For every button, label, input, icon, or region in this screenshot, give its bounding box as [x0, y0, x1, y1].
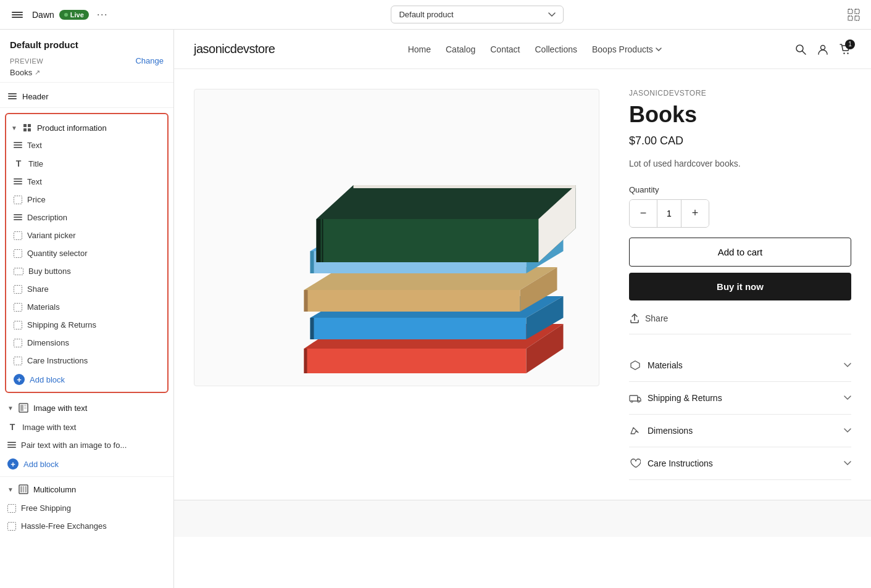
svg-rect-10 — [23, 124, 27, 127]
sidebar-item-dimensions[interactable]: Dimensions — [6, 334, 167, 352]
share-row[interactable]: Share — [629, 313, 851, 334]
svg-rect-3 — [848, 9, 852, 14]
sidebar-item-hassle-free[interactable]: Hassle-Free Exchanges — [0, 517, 173, 535]
nav-contact[interactable]: Contact — [490, 44, 520, 54]
sidebar-item-image-with-text-2[interactable]: Pair text with an image to fo... — [0, 436, 173, 454]
accordion-shipping-label: Shipping & Returns — [648, 393, 722, 403]
sidebar-default-product: Default product PREVIEW Change Books ↗ — [0, 30, 173, 83]
nav-home[interactable]: Home — [408, 44, 431, 54]
lines-icon-2 — [14, 178, 22, 186]
sidebar-header-section[interactable]: Header — [0, 85, 173, 105]
product-select-dropdown[interactable]: Default product — [391, 6, 564, 23]
store-header: jasonicdevstore Home Catalog Contact Col… — [174, 30, 871, 69]
sidebar-item-description[interactable]: Description — [6, 209, 167, 226]
back-button[interactable] — [7, 5, 27, 25]
bracket-icon-qty — [14, 249, 22, 258]
cart-button[interactable]: 1 — [839, 43, 851, 56]
sidebar-item-text-1-label: Text — [27, 141, 42, 150]
grid-icon-button[interactable] — [844, 5, 864, 25]
svg-rect-14 — [14, 142, 22, 143]
accordion-dimensions-header[interactable]: Dimensions — [629, 415, 851, 447]
quantity-decrease-button[interactable]: − — [630, 200, 657, 227]
svg-rect-1 — [12, 14, 23, 15]
more-button[interactable]: ··· — [94, 6, 111, 23]
share-label: Share — [645, 313, 668, 323]
image-with-text-section-header[interactable]: ▼ Image with text — [0, 398, 173, 418]
multicolumn-section-header[interactable]: ▼ Multicolumn — [0, 479, 173, 499]
svg-rect-31 — [14, 357, 22, 365]
svg-rect-34 — [24, 405, 27, 406]
accordion-materials: Materials — [629, 349, 851, 382]
sidebar-item-title[interactable]: T Title — [6, 154, 167, 173]
svg-rect-23 — [14, 219, 22, 220]
svg-marker-73 — [354, 185, 576, 188]
preview-row: PREVIEW Change — [10, 56, 164, 65]
accordion-dimensions-left: Dimensions — [629, 424, 693, 437]
svg-rect-29 — [14, 321, 22, 329]
sidebar-item-price[interactable]: Price — [6, 191, 167, 209]
product-image-wrapper — [194, 89, 599, 386]
sidebar-item-text-2-label: Text — [27, 177, 42, 186]
live-label: Live — [70, 11, 84, 19]
accordion-care-header[interactable]: Care Instructions — [629, 447, 851, 479]
svg-rect-75 — [630, 395, 638, 401]
svg-rect-21 — [14, 214, 22, 215]
sidebar-item-variant-picker[interactable]: Variant picker — [6, 226, 167, 244]
add-block-2[interactable]: + Add block — [0, 454, 173, 474]
sidebar-item-shipping[interactable]: Shipping & Returns — [6, 316, 167, 334]
svg-point-48 — [820, 45, 825, 49]
accordion-materials-label: Materials — [648, 360, 683, 370]
sidebar-item-text-2[interactable]: Text — [6, 173, 167, 191]
add-to-cart-button[interactable]: Add to cart — [629, 238, 851, 267]
nav-boops-products[interactable]: Boops Products — [592, 44, 662, 54]
svg-rect-38 — [7, 444, 16, 445]
title-icon: T — [14, 159, 23, 168]
lines-icon-desc — [14, 214, 22, 222]
product-vendor: JASONICDEVSTORE — [629, 89, 851, 97]
bracket-icon-care — [14, 357, 22, 365]
nav-collections[interactable]: Collections — [535, 44, 577, 54]
svg-rect-26 — [14, 268, 23, 275]
bracket-icon-dimensions — [14, 339, 22, 347]
add-block-1[interactable]: + Add block — [6, 370, 167, 389]
top-bar: Dawn Live ··· Default product — [0, 0, 871, 30]
accordion-shipping-header[interactable]: Shipping & Returns — [629, 382, 851, 414]
nav-catalog[interactable]: Catalog — [446, 44, 475, 54]
svg-rect-42 — [23, 486, 24, 492]
accordion-materials-header[interactable]: Materials — [629, 349, 851, 381]
change-button[interactable]: Change — [135, 56, 164, 65]
sidebar-item-buy-buttons[interactable]: Buy buttons — [6, 262, 167, 280]
search-button[interactable] — [794, 43, 807, 56]
account-icon — [817, 43, 829, 56]
sidebar-item-free-shipping[interactable]: Free Shipping — [0, 499, 173, 517]
product-info-section-header[interactable]: ▼ Product information — [6, 119, 167, 136]
sidebar-item-title-label: Title — [28, 159, 43, 168]
image-with-text-icon — [19, 403, 28, 413]
sidebar-item-image-with-text-1[interactable]: T Image with text — [0, 418, 173, 436]
shipping-icon — [629, 392, 641, 404]
sidebar-item-quantity-selector[interactable]: Quantity selector — [6, 244, 167, 262]
account-button[interactable] — [817, 43, 829, 56]
svg-rect-8 — [8, 96, 17, 97]
accordion-dimensions-label: Dimensions — [648, 426, 693, 436]
preview-label: PREVIEW — [10, 57, 43, 65]
free-shipping-label: Free Shipping — [21, 503, 71, 513]
svg-rect-24 — [14, 231, 22, 239]
sidebar-item-share[interactable]: Share — [6, 280, 167, 298]
quantity-increase-button[interactable]: + — [681, 200, 709, 227]
sidebar-item-text-1[interactable]: Text — [6, 136, 167, 154]
svg-marker-74 — [631, 361, 640, 370]
sidebar-item-materials[interactable]: Materials — [6, 298, 167, 316]
care-icon — [629, 457, 641, 470]
quantity-control: − 1 + — [629, 199, 709, 228]
sidebar-item-quantity-label: Quantity selector — [27, 249, 88, 258]
accordion-care: Care Instructions — [629, 447, 851, 480]
nav-dropdown-chevron — [656, 48, 662, 51]
sidebar-item-care-instructions[interactable]: Care Instructions — [6, 352, 167, 370]
svg-point-50 — [847, 52, 848, 54]
buy-now-button[interactable]: Buy it now — [629, 273, 851, 300]
preview-link[interactable]: Books ↗ — [10, 68, 164, 77]
bracket-icon-buy — [14, 268, 23, 275]
product-select-label: Default product — [399, 10, 453, 19]
top-bar-right — [844, 5, 864, 25]
